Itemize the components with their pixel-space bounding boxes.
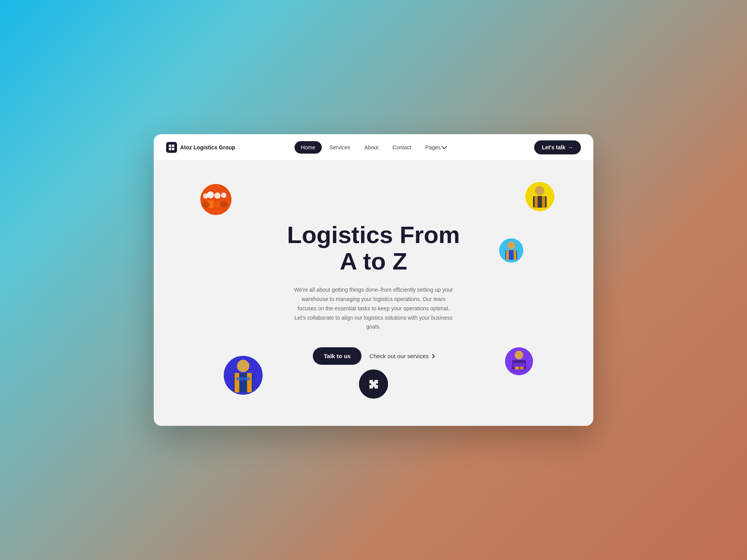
browser-window: Atoz Logistics Group Home Services About… [154,134,593,426]
svg-rect-15 [542,196,545,208]
logo-text: Atoz Logistics Group [180,144,235,150]
svg-rect-1 [172,144,174,147]
svg-rect-26 [510,369,528,371]
svg-point-12 [535,186,544,195]
avatar-team-group [200,184,231,215]
hero-description: We're all about getting things done–from… [292,285,455,332]
nav-contact[interactable]: Contact [386,141,417,154]
svg-point-20 [515,351,523,359]
nav-about[interactable]: About [358,141,385,154]
puzzle-icon-circle [359,369,388,399]
avatar-person-purple [505,347,533,375]
svg-point-16 [507,242,515,249]
svg-rect-18 [506,250,509,260]
chevron-down-icon [442,144,447,149]
svg-point-8 [221,192,226,198]
avatar-person-cyan [499,238,523,262]
hero-buttons: Talk to us Check out our services [313,347,434,365]
svg-point-10 [203,193,209,199]
nav-services[interactable]: Services [323,141,357,154]
svg-rect-3 [172,147,174,150]
svg-rect-14 [535,196,538,208]
hero-section: Logistics From A to Z We're all about ge… [154,161,593,426]
lets-talk-button[interactable]: Let's talk → [534,140,581,154]
svg-point-11 [202,201,210,208]
arrow-icon: → [568,144,573,150]
talk-to-us-button[interactable]: Talk to us [313,347,361,365]
nav-home[interactable]: Home [295,141,321,154]
svg-rect-2 [169,147,171,150]
logo-icon [166,142,177,153]
logo-area: Atoz Logistics Group [166,142,295,153]
nav-cta-area: Let's talk → [452,140,581,154]
svg-rect-19 [514,250,516,260]
arrow-right-icon [430,354,435,358]
svg-rect-30 [247,373,252,392]
nav-links: Home Services About Contact Pages [295,141,452,154]
hero-title: Logistics From A to Z [287,222,460,275]
svg-point-9 [220,201,228,207]
navbar: Atoz Logistics Group Home Services About… [154,134,593,161]
svg-rect-31 [236,377,250,380]
avatar-person-blueviolet [224,356,263,395]
svg-point-6 [214,192,221,199]
svg-rect-29 [235,373,239,392]
svg-rect-0 [169,144,171,147]
svg-point-27 [237,360,249,372]
avatar-person-yellow [525,182,554,211]
nav-pages[interactable]: Pages [419,141,452,154]
check-services-button[interactable]: Check out our services [369,353,434,359]
